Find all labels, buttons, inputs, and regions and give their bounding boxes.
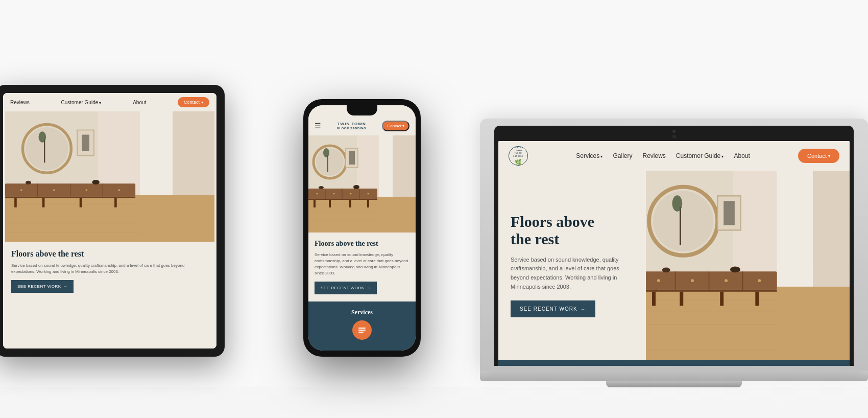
- phone-contact-button[interactable]: Contact ▾: [382, 121, 409, 131]
- laptop-frame: TWIN TOWN FLOOR SANDING 🌿 Services: [480, 119, 868, 387]
- svg-point-31: [26, 181, 31, 184]
- tablet-screen: Reviews Customer Guide About Contact: [3, 93, 216, 349]
- svg-rect-50: [308, 189, 377, 199]
- hamburger-icon[interactable]: ☰: [315, 122, 321, 130]
- tablet-nav-about[interactable]: About: [133, 100, 146, 105]
- svg-rect-52: [314, 200, 316, 207]
- phone-site: ☰ TWIN TOWN FLOOR SANDING Contact ▾: [308, 105, 416, 351]
- svg-point-30: [118, 189, 120, 191]
- tablet-hero-title: Floors above the rest: [11, 249, 208, 259]
- svg-rect-15: [82, 135, 89, 151]
- scene: Reviews Customer Guide About Contact: [0, 0, 868, 387]
- tablet-hero-subtitle: Service based on sound knowledge, qualit…: [11, 263, 208, 275]
- laptop-stand: [606, 381, 742, 387]
- phone-cta-button[interactable]: SEE RECENT WORK →: [315, 282, 377, 294]
- phone-cta-arrow: →: [367, 286, 371, 290]
- laptop-screen: TWIN TOWN FLOOR SANDING 🌿 Services: [498, 141, 850, 366]
- laptop-hero-image: [646, 171, 850, 360]
- laptop-room-svg: [646, 171, 850, 360]
- svg-point-99: [758, 279, 761, 282]
- phone-room-svg: [308, 135, 416, 233]
- tablet-nav: Reviews Customer Guide About Contact: [3, 93, 216, 111]
- tablet-hero-content: Floors above the rest Service based on s…: [3, 242, 216, 349]
- laptop-base: [480, 371, 868, 381]
- laptop-nav-reviews[interactable]: Reviews: [643, 152, 666, 159]
- tablet-device: Reviews Customer Guide About Contact: [0, 85, 235, 357]
- laptop-nav-customer-guide[interactable]: Customer Guide: [676, 152, 724, 159]
- svg-rect-87: [646, 271, 777, 290]
- svg-point-97: [691, 279, 694, 282]
- phone-services-bar: Services: [308, 301, 416, 351]
- phone-notch: [347, 105, 377, 115]
- laptop-nav-about[interactable]: About: [734, 152, 750, 159]
- laptop-nav-gallery[interactable]: Gallery: [613, 152, 632, 159]
- svg-rect-53: [329, 200, 331, 207]
- laptop-site: TWIN TOWN FLOOR SANDING 🌿 Services: [498, 141, 850, 366]
- svg-point-63: [319, 186, 324, 189]
- tablet-cta-button[interactable]: SEE RECENT WORK →: [11, 280, 74, 293]
- tablet-nav-customer-guide[interactable]: Customer Guide: [61, 100, 101, 105]
- svg-rect-21: [42, 198, 45, 207]
- tablet-room-svg: [3, 111, 216, 242]
- svg-point-12: [39, 131, 46, 143]
- laptop-title-line1: Floors above: [511, 213, 594, 230]
- laptop-nav-services[interactable]: Services: [576, 152, 602, 159]
- svg-point-101: [730, 266, 740, 272]
- laptop-nav: TWIN TOWN FLOOR SANDING 🌿 Services: [498, 141, 850, 171]
- tablet-site: Reviews Customer Guide About Contact: [3, 93, 216, 349]
- logo-brand-bottom: FLOOR SANDING: [513, 152, 523, 157]
- svg-rect-4: [5, 195, 214, 242]
- svg-point-62: [368, 193, 369, 195]
- laptop-logo-circle: TWIN TOWN FLOOR SANDING 🌿: [509, 146, 528, 166]
- tablet-cta-arrow: →: [63, 284, 68, 289]
- svg-point-64: [353, 185, 359, 189]
- svg-rect-67: [358, 332, 364, 333]
- laptop-cta-button[interactable]: SEE RECENT WORK →: [511, 300, 595, 317]
- phone-contact-arrow: ▾: [402, 124, 404, 128]
- svg-rect-90: [680, 292, 683, 306]
- svg-rect-19: [5, 197, 135, 198]
- tablet-frame: Reviews Customer Guide About Contact: [0, 85, 225, 357]
- tablet-contact-button[interactable]: Contact: [178, 97, 209, 107]
- svg-rect-47: [349, 151, 355, 165]
- svg-rect-89: [652, 292, 656, 306]
- svg-rect-65: [358, 328, 366, 329]
- phone-brand-name: TWIN TOWN FLOOR SANDING: [337, 122, 366, 130]
- svg-rect-54: [349, 200, 351, 207]
- laptop-hero-content: Floors above the rest Service based on s…: [498, 171, 646, 360]
- svg-point-100: [662, 267, 670, 272]
- phone-device: ☰ TWIN TOWN FLOOR SANDING Contact ▾: [303, 99, 426, 357]
- phone-hero-subtitle: Service based on sound knowledge, qualit…: [315, 252, 409, 276]
- svg-rect-91: [720, 292, 724, 306]
- svg-rect-37: [308, 197, 416, 233]
- svg-rect-92: [755, 292, 759, 306]
- svg-rect-84: [724, 201, 735, 225]
- services-icon-svg: [357, 326, 367, 335]
- services-icon: [352, 320, 372, 340]
- laptop-device: TWIN TOWN FLOOR SANDING 🌿 Services: [480, 119, 868, 387]
- phone-hero-title: Floors above the rest: [315, 240, 409, 248]
- svg-point-96: [657, 279, 660, 282]
- svg-point-81: [672, 195, 682, 212]
- laptop-body: TWIN TOWN FLOOR SANDING 🌿 Services: [480, 119, 868, 371]
- phone-hero-content: Floors above the rest Service based on s…: [308, 233, 416, 301]
- svg-point-27: [20, 189, 22, 191]
- svg-point-61: [350, 193, 352, 195]
- laptop-hero-subtitle: Service based on sound knowledge, qualit…: [511, 256, 634, 291]
- laptop-contact-button[interactable]: Contact: [798, 149, 839, 163]
- svg-point-10: [26, 127, 68, 170]
- tablet-hero-image: [3, 111, 216, 242]
- laptop-hero-title: Floors above the rest: [511, 213, 634, 248]
- svg-point-28: [53, 189, 55, 191]
- svg-point-42: [316, 148, 344, 176]
- svg-rect-22: [80, 198, 82, 207]
- svg-point-32: [92, 180, 100, 184]
- phone-cta-label: SEE RECENT WORK: [321, 286, 365, 290]
- svg-point-29: [86, 189, 88, 191]
- laptop-services-bar: [498, 360, 850, 366]
- phone-services-label: Services: [351, 309, 373, 316]
- phone-hero-image: [308, 135, 416, 233]
- svg-point-59: [317, 193, 318, 195]
- svg-point-79: [653, 191, 713, 251]
- tablet-nav-reviews[interactable]: Reviews: [10, 100, 30, 105]
